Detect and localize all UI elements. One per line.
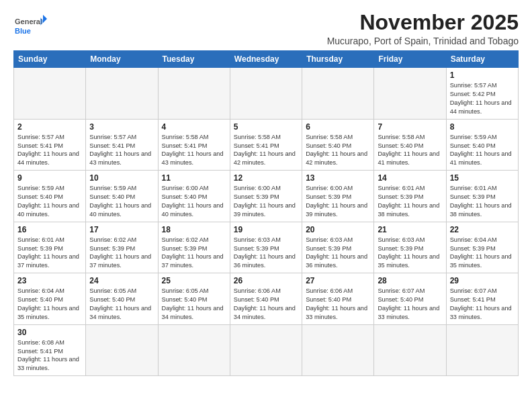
weekday-header-monday: Monday: [86, 51, 158, 68]
calendar-cell: 21Sunrise: 6:03 AMSunset: 5:39 PMDayligh…: [374, 222, 446, 273]
day-number: 10: [89, 173, 154, 183]
calendar-cell: 9Sunrise: 5:59 AMSunset: 5:40 PMDaylight…: [14, 171, 86, 222]
day-number: 19: [234, 225, 298, 234]
calendar-cell: 17Sunrise: 6:02 AMSunset: 5:39 PMDayligh…: [86, 222, 158, 273]
calendar-cell: 25Sunrise: 6:05 AMSunset: 5:40 PMDayligh…: [158, 273, 230, 325]
calendar-cell: 24Sunrise: 6:05 AMSunset: 5:40 PMDayligh…: [86, 273, 158, 325]
calendar-cell: [230, 68, 302, 120]
calendar-cell: [158, 324, 230, 376]
day-info: Sunrise: 6:01 AMSunset: 5:39 PMDaylight:…: [450, 184, 515, 219]
day-info: Sunrise: 6:07 AMSunset: 5:40 PMDaylight:…: [378, 287, 442, 322]
day-info: Sunrise: 6:03 AMSunset: 5:39 PMDaylight:…: [306, 236, 370, 271]
day-number: 4: [162, 122, 226, 132]
calendar-cell: 27Sunrise: 6:06 AMSunset: 5:40 PMDayligh…: [302, 273, 374, 325]
calendar-cell: [14, 68, 86, 120]
day-info: Sunrise: 5:59 AMSunset: 5:40 PMDaylight:…: [17, 184, 82, 219]
day-number: 14: [378, 173, 442, 183]
day-info: Sunrise: 6:04 AMSunset: 5:40 PMDaylight:…: [17, 287, 82, 322]
calendar-cell: 18Sunrise: 6:02 AMSunset: 5:39 PMDayligh…: [158, 222, 230, 273]
day-number: 7: [378, 122, 442, 132]
logo-svg: General Blue: [13, 13, 47, 40]
title-area: November 2025 Mucurapo, Port of Spain, T…: [327, 11, 519, 46]
day-number: 13: [306, 173, 370, 183]
day-number: 18: [162, 225, 226, 234]
calendar-cell: 26Sunrise: 6:06 AMSunset: 5:40 PMDayligh…: [230, 273, 302, 325]
calendar-cell: 14Sunrise: 6:01 AMSunset: 5:39 PMDayligh…: [374, 171, 446, 222]
calendar-cell: 29Sunrise: 6:07 AMSunset: 5:41 PMDayligh…: [446, 273, 518, 325]
day-info: Sunrise: 6:01 AMSunset: 5:39 PMDaylight:…: [17, 236, 82, 271]
svg-text:General: General: [15, 17, 42, 26]
day-number: 20: [306, 225, 370, 234]
day-info: Sunrise: 5:58 AMSunset: 5:40 PMDaylight:…: [306, 133, 370, 168]
logo: General Blue: [13, 13, 47, 40]
calendar-cell: 7Sunrise: 5:58 AMSunset: 5:40 PMDaylight…: [374, 119, 446, 171]
calendar-cell: 28Sunrise: 6:07 AMSunset: 5:40 PMDayligh…: [374, 273, 446, 325]
day-info: Sunrise: 6:07 AMSunset: 5:41 PMDaylight:…: [450, 287, 515, 322]
calendar-cell: [86, 68, 158, 120]
calendar-cell: [446, 324, 518, 376]
day-info: Sunrise: 5:57 AMSunset: 5:42 PMDaylight:…: [450, 81, 515, 116]
day-info: Sunrise: 6:04 AMSunset: 5:39 PMDaylight:…: [450, 236, 515, 271]
calendar-table: SundayMondayTuesdayWednesdayThursdayFrid…: [13, 50, 519, 376]
day-number: 2: [17, 122, 82, 132]
day-info: Sunrise: 6:06 AMSunset: 5:40 PMDaylight:…: [306, 287, 370, 322]
calendar-cell: 19Sunrise: 6:03 AMSunset: 5:39 PMDayligh…: [230, 222, 302, 273]
calendar-cell: 13Sunrise: 6:00 AMSunset: 5:39 PMDayligh…: [302, 171, 374, 222]
day-number: 16: [17, 225, 82, 234]
calendar-cell: 5Sunrise: 5:58 AMSunset: 5:41 PMDaylight…: [230, 119, 302, 171]
day-number: 29: [450, 276, 515, 285]
day-info: Sunrise: 6:08 AMSunset: 5:41 PMDaylight:…: [17, 338, 82, 373]
weekday-header-tuesday: Tuesday: [158, 51, 230, 68]
calendar-week-row: 23Sunrise: 6:04 AMSunset: 5:40 PMDayligh…: [14, 273, 519, 325]
day-info: Sunrise: 5:57 AMSunset: 5:41 PMDaylight:…: [17, 133, 82, 168]
day-number: 17: [89, 225, 154, 234]
day-info: Sunrise: 6:02 AMSunset: 5:39 PMDaylight:…: [89, 236, 154, 271]
calendar-week-row: 16Sunrise: 6:01 AMSunset: 5:39 PMDayligh…: [14, 222, 519, 273]
calendar-cell: 10Sunrise: 5:59 AMSunset: 5:40 PMDayligh…: [86, 171, 158, 222]
day-info: Sunrise: 6:05 AMSunset: 5:40 PMDaylight:…: [162, 287, 226, 322]
calendar-week-row: 1Sunrise: 5:57 AMSunset: 5:42 PMDaylight…: [14, 68, 519, 120]
day-number: 11: [162, 173, 226, 183]
calendar-cell: 2Sunrise: 5:57 AMSunset: 5:41 PMDaylight…: [14, 119, 86, 171]
calendar-cell: 22Sunrise: 6:04 AMSunset: 5:39 PMDayligh…: [446, 222, 518, 273]
location-subtitle: Mucurapo, Port of Spain, Trinidad and To…: [327, 36, 519, 46]
day-number: 3: [89, 122, 154, 132]
day-number: 25: [162, 276, 226, 285]
day-number: 1: [450, 71, 515, 80]
day-number: 5: [234, 122, 298, 132]
day-number: 30: [17, 328, 82, 337]
day-number: 23: [17, 276, 82, 285]
day-number: 28: [378, 276, 442, 285]
weekday-header-row: SundayMondayTuesdayWednesdayThursdayFrid…: [14, 51, 519, 68]
weekday-header-saturday: Saturday: [446, 51, 518, 68]
calendar-cell: 11Sunrise: 6:00 AMSunset: 5:40 PMDayligh…: [158, 171, 230, 222]
weekday-header-thursday: Thursday: [302, 51, 374, 68]
day-info: Sunrise: 6:01 AMSunset: 5:39 PMDaylight:…: [378, 184, 442, 219]
day-info: Sunrise: 5:58 AMSunset: 5:41 PMDaylight:…: [234, 133, 298, 168]
day-number: 21: [378, 225, 442, 234]
weekday-header-wednesday: Wednesday: [230, 51, 302, 68]
day-number: 12: [234, 173, 298, 183]
day-info: Sunrise: 6:02 AMSunset: 5:39 PMDaylight:…: [162, 236, 226, 271]
day-info: Sunrise: 6:06 AMSunset: 5:40 PMDaylight:…: [234, 287, 298, 322]
calendar-cell: 23Sunrise: 6:04 AMSunset: 5:40 PMDayligh…: [14, 273, 86, 325]
day-number: 26: [234, 276, 298, 285]
day-info: Sunrise: 6:00 AMSunset: 5:39 PMDaylight:…: [234, 184, 298, 219]
day-info: Sunrise: 6:03 AMSunset: 5:39 PMDaylight:…: [378, 236, 442, 271]
day-info: Sunrise: 6:05 AMSunset: 5:40 PMDaylight:…: [89, 287, 154, 322]
svg-text:Blue: Blue: [15, 27, 31, 35]
calendar-cell: [86, 324, 158, 376]
day-number: 9: [17, 173, 82, 183]
calendar-cell: [158, 68, 230, 120]
calendar-cell: 4Sunrise: 5:58 AMSunset: 5:41 PMDaylight…: [158, 119, 230, 171]
calendar-cell: 3Sunrise: 5:57 AMSunset: 5:41 PMDaylight…: [86, 119, 158, 171]
day-info: Sunrise: 6:03 AMSunset: 5:39 PMDaylight:…: [234, 236, 298, 271]
day-info: Sunrise: 5:58 AMSunset: 5:40 PMDaylight:…: [378, 133, 442, 168]
weekday-header-friday: Friday: [374, 51, 446, 68]
day-info: Sunrise: 5:57 AMSunset: 5:41 PMDaylight:…: [89, 133, 154, 168]
day-info: Sunrise: 6:00 AMSunset: 5:40 PMDaylight:…: [162, 184, 226, 219]
calendar-week-row: 30Sunrise: 6:08 AMSunset: 5:41 PMDayligh…: [14, 324, 519, 376]
calendar-cell: 30Sunrise: 6:08 AMSunset: 5:41 PMDayligh…: [14, 324, 86, 376]
calendar-cell: 12Sunrise: 6:00 AMSunset: 5:39 PMDayligh…: [230, 171, 302, 222]
calendar-week-row: 9Sunrise: 5:59 AMSunset: 5:40 PMDaylight…: [14, 171, 519, 222]
